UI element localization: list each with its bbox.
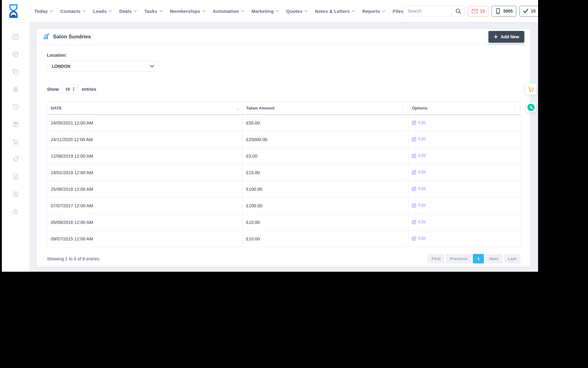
cell-amount: £10.00 [243,231,408,247]
edit-link[interactable]: Edit [412,136,426,141]
caret-down-icon [352,10,355,12]
svg-text:12: 12 [14,37,17,39]
floating-cart-button[interactable] [525,83,537,95]
edit-icon [412,153,417,158]
table-footer: Showing 1 to 8 of 8 entries First Previo… [47,254,520,263]
table-row: 09/07/2015 12:00 AM £10.00 Edit [47,231,520,247]
search-button[interactable] [452,6,465,16]
floating-whatsapp-button[interactable] [526,102,536,112]
edit-icon [412,220,417,224]
plus-icon [494,35,498,39]
table-row: 24/05/2021 12:00 AM £55.00 Edit [47,115,520,131]
entries-summary: Showing 1 to 8 of 8 entries [47,256,100,261]
cart-icon [12,138,19,145]
edit-link[interactable]: Edit [412,153,426,158]
location-selected-value: LONDON [52,64,70,69]
sidebar-item-calendar[interactable]: 12 [12,33,19,40]
nav-label: Reports [362,9,380,14]
page-length-row: Show 10 entries [47,84,520,94]
caret-down-icon [202,10,205,12]
caret-down-icon [160,10,163,12]
cart-icon [528,86,534,92]
caret-down-icon [382,10,385,12]
edit-link[interactable]: Edit [412,120,426,125]
sidebar-item-products[interactable] [12,51,19,58]
tasks-badge[interactable]: 15 [519,6,538,17]
page-title: Salon Sundries [43,33,91,40]
nav-item-notes-letters[interactable]: Notes & Letters [315,9,355,14]
pagination-next[interactable]: Next [485,254,502,263]
edit-label: Edit [418,236,426,241]
edit-link[interactable]: Edit [412,219,426,224]
nav-label: Tasks [144,9,157,14]
pagination-previous[interactable]: Previous [446,254,471,263]
add-new-button[interactable]: Add New [488,31,524,43]
edit-label: Edit [418,219,426,224]
nav-label: Notes & Letters [315,9,350,14]
lock-icon [12,208,19,215]
nav-item-files[interactable]: Files [393,9,403,14]
sidebar-item-reports[interactable] [12,173,19,180]
sidebar-item-account[interactable] [12,190,19,198]
page-length-select[interactable]: 10 [62,84,79,94]
edit-label: Edit [418,203,426,208]
nav-item-leads[interactable]: Leads [93,9,112,14]
nav-item-deals[interactable]: Deals [119,9,137,14]
envelope-icon [472,9,478,13]
cell-date: 09/07/2015 12:00 AM [47,231,243,247]
edit-link[interactable]: Edit [412,203,426,208]
column-header-options[interactable]: Options ↑↓ [408,102,520,115]
column-header-date[interactable]: DATE ↑↓ [47,102,243,115]
edit-link[interactable]: Edit [412,236,426,241]
sidebar-item-history[interactable] [12,103,19,110]
pagination-page-1[interactable]: 1 [473,254,484,263]
nav-item-memberships[interactable]: Memberships [170,9,205,14]
cell-date: 25/06/2018 12:00 AM [47,181,243,197]
page-title-text: Salon Sundries [53,34,91,40]
edit-link[interactable]: Edit [412,186,426,191]
cell-amount: £25000.00 [243,131,408,148]
nav-item-today[interactable]: Today [34,9,53,14]
edit-icon [412,170,417,174]
nav-item-automation[interactable]: Automation [213,9,244,14]
nav-item-reports[interactable]: Reports [362,9,385,14]
sidebar-item-gift[interactable] [12,121,19,128]
column-header-taken-amount[interactable]: Taken Amount ↑↓ [243,102,408,115]
pagination-first[interactable]: First [428,254,444,263]
checkmark-icon [523,9,528,13]
sort-icon: ↑↓ [514,106,517,110]
sidebar-item-pricing[interactable] [12,155,19,163]
cell-amount: £100.00 [243,181,408,197]
caret-down-icon [276,10,279,12]
gift-icon [12,121,19,128]
edit-link[interactable]: Edit [412,170,426,174]
pagination-last[interactable]: Last [504,254,520,263]
cell-amount: £5.00 [243,148,408,164]
search-input[interactable] [404,6,452,16]
nav-item-contacts[interactable]: Contacts [60,9,86,14]
nav-label: Leads [93,9,107,14]
edit-icon [412,186,417,191]
cell-amount: £100.00 [243,197,408,214]
chart-growth-icon [43,33,50,40]
tasks-count: 15 [531,9,536,13]
edit-label: Edit [418,120,426,125]
calendar-icon: 12 [12,33,19,40]
sidebar-item-bag[interactable] [12,86,19,93]
sidebar-item-cart[interactable] [12,138,19,145]
account-circle-icon [12,190,19,198]
nav-label: Deals [119,9,132,14]
mail-badge[interactable]: 13 [468,6,489,17]
sidebar-item-duplicate[interactable] [12,68,19,75]
nav-label: Marketing [251,9,274,14]
navbar-right-cluster: 13 5905 15 ? [404,5,538,17]
nav-item-marketing[interactable]: Marketing [251,9,279,14]
sidebar-item-security[interactable] [12,208,19,215]
location-select[interactable]: LONDON [47,61,159,71]
app-logo[interactable] [7,4,20,18]
top-navbar: Today Contacts Leads Deals Tasks Members… [2,0,538,22]
nav-item-quotes[interactable]: Quotes [286,9,308,14]
app-viewport: Today Contacts Leads Deals Tasks Members… [2,0,538,272]
nav-item-tasks[interactable]: Tasks [144,9,162,14]
phone-badge[interactable]: 5905 [492,6,516,17]
